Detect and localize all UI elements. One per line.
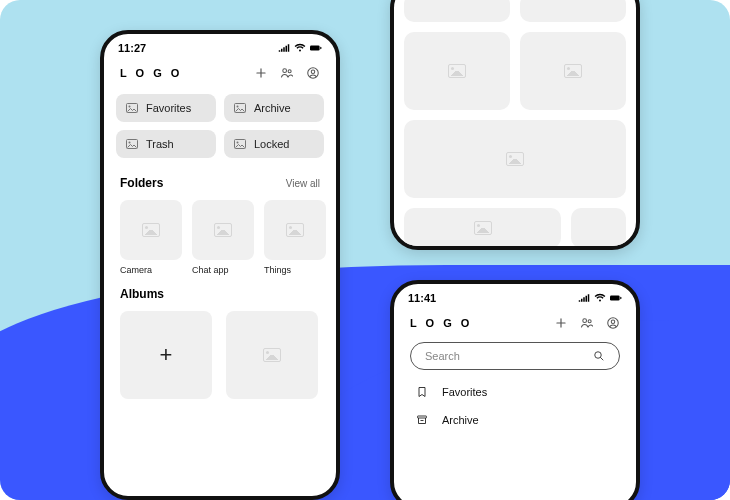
- device-frame-search: 11:41 L O G O Search Favorites: [390, 280, 640, 500]
- tile-label: Favorites: [146, 102, 191, 114]
- folder-thumbnail: [192, 200, 254, 260]
- device-frame-main: 11:27 L O G O Favorites Archive: [100, 30, 340, 500]
- svg-point-5: [311, 70, 315, 74]
- gallery-item[interactable]: [520, 32, 626, 110]
- mockup-stage: 11:27 L O G O Favorites Archive: [0, 0, 730, 500]
- people-icon[interactable]: [580, 316, 594, 330]
- image-placeholder-icon: [214, 223, 232, 237]
- view-all-link[interactable]: View all: [286, 178, 320, 189]
- image-icon: [234, 102, 246, 114]
- tile-trash[interactable]: Trash: [116, 130, 216, 158]
- svg-rect-1: [320, 47, 321, 49]
- album-card[interactable]: [226, 311, 318, 399]
- archive-icon: [416, 414, 428, 426]
- gallery-item[interactable]: [571, 208, 626, 248]
- folder-label: Things: [264, 260, 326, 275]
- image-placeholder-icon: [564, 64, 582, 78]
- svg-rect-0: [310, 46, 320, 51]
- tile-locked[interactable]: Locked: [224, 130, 324, 158]
- status-bar: 11:41: [394, 284, 636, 306]
- albums-section: Albums: [104, 277, 336, 303]
- svg-point-11: [129, 142, 131, 144]
- image-placeholder-icon: [263, 348, 281, 362]
- folder-card[interactable]: Camera: [120, 200, 182, 275]
- app-header: L O G O: [394, 306, 636, 336]
- folders-list[interactable]: Camera Chat app Things: [104, 192, 336, 277]
- gallery-grid[interactable]: [394, 0, 636, 246]
- list-item-archive[interactable]: Archive: [414, 406, 616, 434]
- signal-icon: [278, 42, 290, 54]
- svg-point-9: [237, 106, 239, 108]
- albums-list[interactable]: +: [104, 303, 336, 407]
- signal-icon: [578, 292, 590, 304]
- quick-tiles: Favorites Archive Trash Locked: [104, 86, 336, 166]
- image-placeholder-icon: [142, 223, 160, 237]
- collections-list: Favorites Archive: [394, 378, 636, 434]
- tile-archive[interactable]: Archive: [224, 94, 324, 122]
- status-indicators: [578, 292, 622, 304]
- folder-thumbnail: [120, 200, 182, 260]
- folder-label: Chat app: [192, 260, 254, 275]
- album-thumbnail: [226, 311, 318, 399]
- plus-icon: +: [160, 342, 173, 368]
- folder-card[interactable]: Things: [264, 200, 326, 275]
- tile-label: Trash: [146, 138, 174, 150]
- folder-thumbnail: [264, 200, 326, 260]
- wifi-icon: [594, 292, 606, 304]
- image-placeholder-icon: [286, 223, 304, 237]
- search-placeholder: Search: [425, 350, 460, 362]
- image-icon: [126, 102, 138, 114]
- image-placeholder-icon: [506, 152, 524, 166]
- app-logo: L O G O: [410, 317, 472, 329]
- svg-point-16: [583, 319, 587, 323]
- status-bar: 11:27: [104, 34, 336, 56]
- list-item-favorites[interactable]: Favorites: [414, 378, 616, 406]
- svg-rect-14: [610, 296, 620, 301]
- status-time: 11:41: [408, 292, 436, 304]
- search-input[interactable]: Search: [410, 342, 620, 370]
- plus-icon[interactable]: [554, 316, 568, 330]
- svg-point-7: [129, 106, 131, 108]
- image-icon: [126, 138, 138, 150]
- image-placeholder-icon: [448, 64, 466, 78]
- folders-heading: Folders: [120, 176, 163, 190]
- list-item-label: Archive: [442, 414, 479, 426]
- svg-point-2: [283, 69, 287, 73]
- image-icon: [234, 138, 246, 150]
- svg-point-13: [237, 142, 239, 144]
- album-add[interactable]: +: [120, 311, 212, 399]
- folders-section: Folders View all: [104, 166, 336, 192]
- profile-icon[interactable]: [606, 316, 620, 330]
- status-indicators: [278, 42, 322, 54]
- tile-label: Archive: [254, 102, 291, 114]
- profile-icon[interactable]: [306, 66, 320, 80]
- gallery-item[interactable]: [404, 208, 561, 248]
- folder-card[interactable]: Chat app: [192, 200, 254, 275]
- app-header: L O G O: [104, 56, 336, 86]
- image-placeholder-icon: [474, 221, 492, 235]
- albums-heading: Albums: [120, 287, 164, 301]
- svg-point-17: [588, 320, 591, 323]
- gallery-item[interactable]: [520, 0, 626, 22]
- gallery-item[interactable]: [404, 0, 510, 22]
- battery-icon: [310, 42, 322, 54]
- svg-point-19: [611, 320, 615, 324]
- svg-rect-15: [620, 297, 621, 299]
- status-time: 11:27: [118, 42, 146, 54]
- wifi-icon: [294, 42, 306, 54]
- gallery-item[interactable]: [404, 32, 510, 110]
- device-frame-grid: [390, 0, 640, 250]
- tile-favorites[interactable]: Favorites: [116, 94, 216, 122]
- search-icon: [593, 350, 605, 362]
- bookmark-icon: [416, 386, 428, 398]
- list-item-label: Favorites: [442, 386, 487, 398]
- gallery-item[interactable]: [404, 120, 626, 198]
- svg-rect-21: [418, 416, 427, 418]
- svg-point-3: [288, 70, 291, 73]
- people-icon[interactable]: [280, 66, 294, 80]
- plus-icon[interactable]: [254, 66, 268, 80]
- folder-label: Camera: [120, 260, 182, 275]
- tile-label: Locked: [254, 138, 289, 150]
- app-logo: L O G O: [120, 67, 182, 79]
- battery-icon: [610, 292, 622, 304]
